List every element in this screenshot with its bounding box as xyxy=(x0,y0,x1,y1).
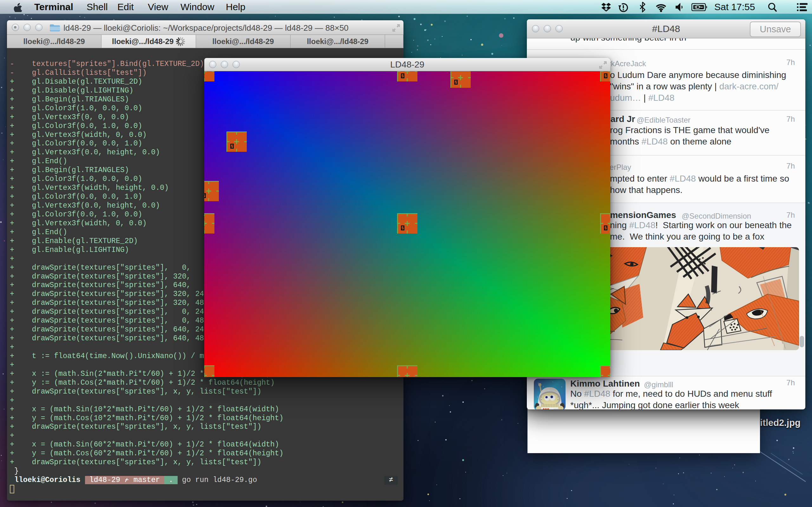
svg-text:HGO: HGO xyxy=(554,408,558,409)
